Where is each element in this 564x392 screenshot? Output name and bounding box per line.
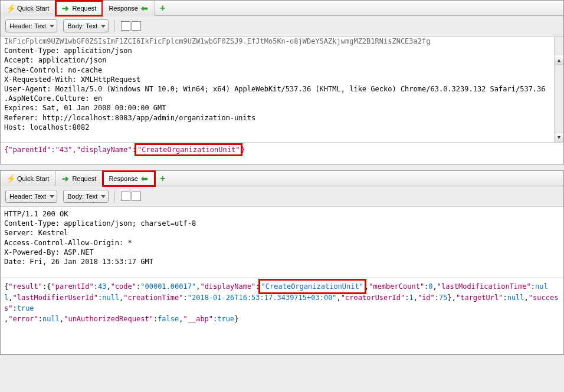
arrow-right-icon: ➔ [61,174,70,183]
panel-gap [0,164,564,170]
body-view-label: Body: Text [67,193,97,200]
tab-request-label: Request [72,175,96,182]
caret-down-icon [50,25,54,28]
layout-button-1[interactable] [121,192,130,201]
scroll-up-icon[interactable]: ▲ [555,55,563,65]
arrow-right-icon: ➔ [61,4,70,12]
response-panel: ⚡ Quick Start ➔ Request Response ⬅ + Hea… [0,170,564,355]
tab-request-label: Request [72,5,96,12]
response-headers-text: HTTP/1.1 200 OK Content-Type: applicatio… [4,210,196,266]
response-tabbar: ⚡ Quick Start ➔ Request Response ⬅ + [1,171,563,186]
response-toolbar: Header: Text Body: Text [1,186,563,207]
layout-button-1[interactable] [121,21,130,31]
request-headers-truncated: IkFicFplcm9UZW1wbGF0ZSIsImF1ZCI6IkFicFpl… [4,37,430,45]
header-view-dropdown[interactable]: Header: Text [5,19,57,32]
response-body-pane[interactable]: {"result":{"parentId":43,"code":"00001.0… [1,278,563,354]
request-toolbar: Header: Text Body: Text [1,16,563,37]
request-headers-pane[interactable]: IkFicFplcm9UZW1wbGF0ZSIsImF1ZCI6IkFicFpl… [1,37,563,143]
response-headers-pane[interactable]: HTTP/1.1 200 OK Content-Type: applicatio… [1,207,563,278]
tab-quickstart-label: Quick Start [17,175,49,182]
plus-icon: + [155,173,170,183]
toolbar-separator [114,20,115,32]
add-tab-button[interactable]: + [155,4,170,13]
tab-response-label: Response [109,5,138,12]
request-headers-text: Content-Type: application/json Accept: a… [4,47,546,131]
add-tab-button[interactable]: + [155,174,170,183]
header-view-dropdown[interactable]: Header: Text [5,190,57,203]
tab-quickstart-label: Quick Start [17,5,49,12]
layout-buttons [121,21,141,31]
request-body-prefix: {"parentId":"43","displayName": [4,146,136,154]
arrow-left-icon: ⬅ [140,174,149,183]
request-body-highlight: "CreateOrganizationUnit" [136,145,241,154]
header-view-label: Header: Text [9,22,46,29]
caret-down-icon [50,195,54,198]
tab-response[interactable]: Response ⬅ [103,1,155,16]
body-view-dropdown[interactable]: Body: Text [63,190,109,203]
vertical-scrollbar[interactable]: ▲ ▼ [554,37,563,142]
lightning-icon: ⚡ [6,4,15,12]
plus-icon: + [155,3,170,13]
layout-buttons [121,192,141,201]
scroll-down-icon[interactable]: ▼ [555,133,563,142]
tab-response-label: Response [109,175,138,182]
body-view-label: Body: Text [67,22,97,29]
header-view-label: Header: Text [9,193,46,200]
lightning-icon: ⚡ [6,174,15,183]
tab-quickstart[interactable]: ⚡ Quick Start [1,1,55,16]
caret-down-icon [101,195,106,198]
tab-request[interactable]: ➔ Request [55,171,103,186]
layout-button-2[interactable] [132,192,141,201]
caret-down-icon [101,25,106,28]
body-view-dropdown[interactable]: Body: Text [63,19,109,32]
toolbar-separator [114,190,115,202]
request-panel: ⚡ Quick Start ➔ Request Response ⬅ + Hea… [0,0,564,164]
arrow-left-icon: ⬅ [140,4,149,12]
tab-response[interactable]: Response ⬅ [103,171,155,186]
request-body-pane[interactable]: {"parentId":"43","displayName":"CreateOr… [1,143,563,164]
request-body-suffix: } [241,146,245,154]
tab-request[interactable]: ➔ Request [55,1,103,16]
tab-quickstart[interactable]: ⚡ Quick Start [1,171,55,186]
request-tabbar: ⚡ Quick Start ➔ Request Response ⬅ + [1,1,563,16]
layout-button-2[interactable] [132,21,141,31]
